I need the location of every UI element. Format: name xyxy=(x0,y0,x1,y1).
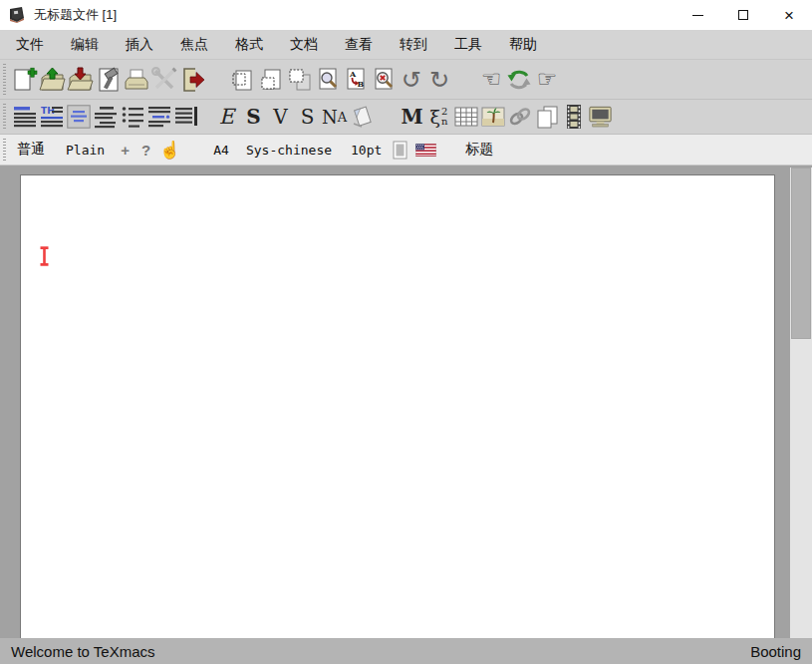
page-orientation-button[interactable] xyxy=(393,141,407,160)
menu-go[interactable]: 转到 xyxy=(387,32,440,58)
texmacs-logo-icon xyxy=(8,6,26,24)
link-insert-button[interactable] xyxy=(506,102,533,132)
itemize-list-button[interactable] xyxy=(119,102,145,132)
page-size-selector[interactable]: A4 xyxy=(213,143,229,158)
menu-format[interactable]: 格式 xyxy=(222,32,276,58)
vertical-scrollbar[interactable] xyxy=(790,167,812,638)
tools-icon xyxy=(150,66,178,94)
paragraph-style-button[interactable] xyxy=(11,102,38,132)
section-block-button[interactable] xyxy=(92,102,119,132)
open-folder-icon xyxy=(39,66,67,94)
mode-toolbar: 普通 Plain + ? ☝ A4 Sys-chinese 10pt xyxy=(0,135,812,166)
copy-icon xyxy=(231,66,257,94)
section-selector[interactable]: 标题 xyxy=(465,141,493,159)
spell-check-button[interactable] xyxy=(370,64,398,96)
presentation-button[interactable] xyxy=(587,102,614,132)
sample-button[interactable]: S xyxy=(294,102,321,132)
replace-button[interactable]: A B xyxy=(342,64,370,96)
math-button[interactable]: M xyxy=(399,102,425,132)
flush-right-icon xyxy=(174,105,198,129)
minimize-button[interactable] xyxy=(675,0,720,30)
toolbar-grip[interactable] xyxy=(3,139,6,161)
navigate-back-button[interactable]: ☜ xyxy=(477,64,505,96)
menu-document[interactable]: 文档 xyxy=(277,32,331,58)
close-icon: × xyxy=(784,7,794,24)
formula-button[interactable]: ξ 2n xyxy=(425,102,452,132)
abstract-block-button[interactable] xyxy=(65,102,92,132)
reload-icon xyxy=(506,67,532,93)
math-label: M xyxy=(401,105,422,129)
equation-block-button[interactable] xyxy=(145,102,172,132)
menu-view[interactable]: 查看 xyxy=(332,32,386,58)
font-size-selector[interactable]: 10pt xyxy=(351,143,382,158)
format-toolbar: TH xyxy=(0,100,812,135)
page-insert-button[interactable] xyxy=(348,102,375,132)
add-button[interactable]: + xyxy=(121,142,130,159)
hammer-page-icon xyxy=(96,66,122,94)
text-style-selector[interactable]: 普通 xyxy=(17,141,45,159)
emphasis-label: E xyxy=(219,105,234,129)
citation-button[interactable] xyxy=(533,102,560,132)
save-document-button[interactable] xyxy=(67,64,95,96)
toolbar-grip[interactable] xyxy=(3,64,6,95)
menu-insert[interactable]: 插入 xyxy=(113,32,166,58)
strong-button[interactable]: S xyxy=(240,102,267,132)
open-document-button[interactable] xyxy=(39,64,67,96)
hand-back-icon: ☜ xyxy=(481,68,502,91)
title-bar: 无标题文件 [1] × xyxy=(0,0,812,30)
strong-label: S xyxy=(246,105,260,129)
menu-focus[interactable]: 焦点 xyxy=(167,32,221,58)
export-button[interactable] xyxy=(178,64,206,96)
maximize-button[interactable] xyxy=(720,0,766,30)
equation-block-icon xyxy=(147,105,171,129)
table-insert-button[interactable] xyxy=(452,102,479,132)
document-page[interactable] xyxy=(20,174,775,643)
status-bar: Welcome to TeXmacs Booting xyxy=(0,638,812,664)
film-strip-icon xyxy=(561,104,587,130)
scrollbar-thumb[interactable] xyxy=(791,167,811,339)
paste-button[interactable] xyxy=(286,64,314,96)
pages-stack-icon xyxy=(534,104,560,130)
print-button[interactable] xyxy=(123,64,150,96)
approve-icon[interactable]: ☝ xyxy=(159,140,180,161)
name-button[interactable]: NA xyxy=(321,102,348,132)
search-button[interactable] xyxy=(314,64,342,96)
page-insert-icon xyxy=(349,104,375,130)
window-controls: × xyxy=(675,0,812,30)
menu-help[interactable]: 帮助 xyxy=(496,32,550,58)
cut-icon xyxy=(259,66,285,94)
undo-button[interactable]: ↺ xyxy=(398,64,425,96)
flush-right-button[interactable] xyxy=(172,102,199,132)
toolbar-grip[interactable] xyxy=(3,104,6,130)
emphasis-button[interactable]: E xyxy=(213,102,240,132)
verbatim-label: V xyxy=(273,105,287,129)
image-icon xyxy=(480,104,506,130)
reload-button[interactable] xyxy=(505,64,533,96)
document-area xyxy=(0,166,812,638)
close-button[interactable]: × xyxy=(766,0,812,30)
title-header-button[interactable]: TH xyxy=(38,102,65,132)
minimize-icon xyxy=(692,15,703,16)
redo-button[interactable]: ↻ xyxy=(425,64,453,96)
paragraph-style-icon xyxy=(13,105,37,129)
verbatim-button[interactable]: V xyxy=(267,102,294,132)
font-selector[interactable]: Sys-chinese xyxy=(246,143,332,158)
menu-file[interactable]: 文件 xyxy=(3,32,57,58)
export-door-icon xyxy=(178,66,206,94)
cut-button[interactable] xyxy=(258,64,286,96)
navigate-forward-button[interactable]: ☞ xyxy=(533,64,561,96)
animation-button[interactable] xyxy=(560,102,587,132)
window-title: 无标题文件 [1] xyxy=(34,6,117,24)
paragraph-format-selector[interactable]: Plain xyxy=(66,143,105,158)
image-insert-button[interactable] xyxy=(479,102,506,132)
menu-tools[interactable]: 工具 xyxy=(441,32,495,58)
copy-button[interactable] xyxy=(230,64,258,96)
us-flag-icon xyxy=(415,144,436,157)
help-balloon-button[interactable]: ? xyxy=(141,142,150,159)
compile-button[interactable] xyxy=(95,64,123,96)
menu-edit[interactable]: 编辑 xyxy=(58,32,112,58)
language-selector[interactable] xyxy=(415,144,436,157)
save-folder-icon xyxy=(67,66,95,94)
preferences-button[interactable] xyxy=(150,64,178,96)
new-document-button[interactable] xyxy=(11,64,39,96)
